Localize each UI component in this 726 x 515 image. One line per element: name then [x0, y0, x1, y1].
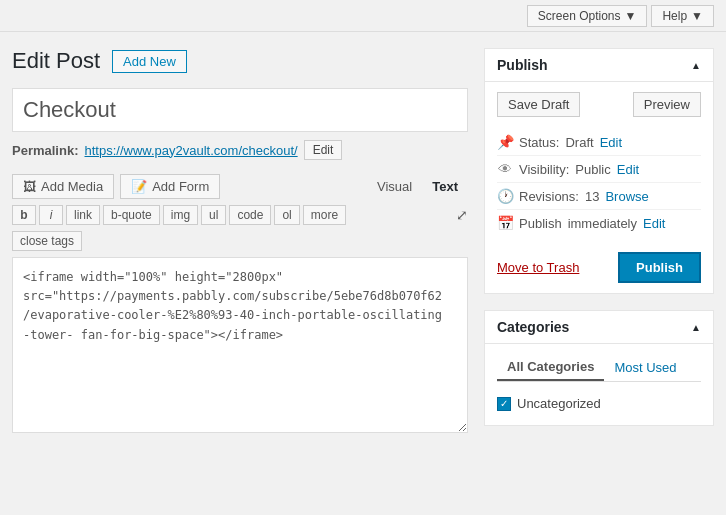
categories-chevron-icon: ▲: [691, 322, 701, 333]
eye-icon: 👁: [497, 161, 513, 177]
visibility-edit-link[interactable]: Edit: [617, 162, 639, 177]
revisions-label: Revisions:: [519, 189, 579, 204]
revisions-value: 13: [585, 189, 599, 204]
ul-button[interactable]: ul: [201, 205, 226, 225]
publish-button[interactable]: Publish: [618, 252, 701, 283]
categories-tabs: All Categories Most Used: [497, 354, 701, 382]
permalink-edit-button[interactable]: Edit: [304, 140, 343, 160]
visual-tab[interactable]: Visual: [367, 175, 422, 198]
bquote-button[interactable]: b-quote: [103, 205, 160, 225]
editor-textarea[interactable]: <iframe width="100%" height="2800px" src…: [12, 257, 468, 433]
publish-info: 📌 Status: Draft Edit 👁 Visibility: Publi…: [497, 129, 701, 236]
close-tags-row: close tags: [12, 231, 468, 251]
close-tags-button[interactable]: close tags: [12, 231, 82, 251]
permalink-row: Permalink: https://www.pay2vault.com/che…: [12, 140, 468, 160]
more-button[interactable]: more: [303, 205, 346, 225]
page-title-row: Edit Post Add New: [12, 48, 468, 74]
publish-time-label: Publish: [519, 216, 562, 231]
revisions-row: 🕐 Revisions: 13 Browse: [497, 183, 701, 210]
post-title-input[interactable]: [12, 88, 468, 132]
most-used-tab[interactable]: Most Used: [604, 354, 686, 381]
calendar-icon: 📅: [497, 215, 513, 231]
categories-panel-body: All Categories Most Used ✓ Uncategorized: [485, 344, 713, 425]
publish-panel-title: Publish: [497, 57, 548, 73]
publish-time-value: immediately: [568, 216, 637, 231]
categories-panel: Categories ▲ All Categories Most Used ✓ …: [484, 310, 714, 426]
visibility-row: 👁 Visibility: Public Edit: [497, 156, 701, 183]
status-value: Draft: [565, 135, 593, 150]
expand-icon[interactable]: ⤢: [456, 207, 468, 223]
visibility-label: Visibility:: [519, 162, 569, 177]
revisions-browse-link[interactable]: Browse: [605, 189, 648, 204]
categories-panel-title: Categories: [497, 319, 569, 335]
code-button[interactable]: code: [229, 205, 271, 225]
toolbar-row: 🖼 Add Media 📝 Add Form Visual Text: [12, 174, 468, 199]
media-icon: 🖼: [23, 179, 36, 194]
publish-panel-header: Publish ▲: [485, 49, 713, 82]
text-tab[interactable]: Text: [422, 175, 468, 198]
status-label: Status:: [519, 135, 559, 150]
category-label: Uncategorized: [517, 396, 601, 411]
link-button[interactable]: link: [66, 205, 100, 225]
left-panel: Edit Post Add New Permalink: https://www…: [12, 48, 468, 442]
publish-time-edit-link[interactable]: Edit: [643, 216, 665, 231]
move-to-trash-link[interactable]: Move to Trash: [497, 260, 579, 275]
preview-button[interactable]: Preview: [633, 92, 701, 117]
format-bar: b i link b-quote img ul code ol more ⤢: [12, 205, 468, 225]
form-icon: 📝: [131, 179, 147, 194]
permalink-url[interactable]: https://www.pay2vault.com/checkout/: [84, 143, 297, 158]
main-content: Edit Post Add New Permalink: https://www…: [0, 32, 726, 458]
category-uncategorized: ✓ Uncategorized: [497, 392, 701, 415]
category-checkbox[interactable]: ✓: [497, 397, 511, 411]
clock-icon: 🕐: [497, 188, 513, 204]
help-button[interactable]: Help ▼: [651, 5, 714, 27]
add-new-button[interactable]: Add New: [112, 50, 187, 73]
status-row: 📌 Status: Draft Edit: [497, 129, 701, 156]
permalink-label: Permalink:: [12, 143, 78, 158]
page-title: Edit Post: [12, 48, 100, 74]
add-form-button[interactable]: 📝 Add Form: [120, 174, 220, 199]
italic-button[interactable]: i: [39, 205, 63, 225]
categories-panel-header: Categories ▲: [485, 311, 713, 344]
help-chevron-icon: ▼: [691, 9, 703, 23]
top-bar: Screen Options ▼ Help ▼: [0, 0, 726, 32]
bold-button[interactable]: b: [12, 205, 36, 225]
pushpin-icon: 📌: [497, 134, 513, 150]
visibility-value: Public: [575, 162, 610, 177]
screen-options-button[interactable]: Screen Options ▼: [527, 5, 648, 27]
publish-chevron-icon: ▲: [691, 60, 701, 71]
editor-tabs: Visual Text: [367, 175, 468, 198]
screen-options-chevron-icon: ▼: [625, 9, 637, 23]
publish-panel-body: Save Draft Preview 📌 Status: Draft Edit …: [485, 82, 713, 293]
publish-actions: Save Draft Preview: [497, 92, 701, 117]
add-media-button[interactable]: 🖼 Add Media: [12, 174, 114, 199]
help-label: Help: [662, 9, 687, 23]
ol-button[interactable]: ol: [274, 205, 299, 225]
publish-time-row: 📅 Publish immediately Edit: [497, 210, 701, 236]
all-categories-tab[interactable]: All Categories: [497, 354, 604, 381]
publish-footer: Move to Trash Publish: [497, 246, 701, 283]
publish-panel: Publish ▲ Save Draft Preview 📌 Status: D…: [484, 48, 714, 294]
save-draft-button[interactable]: Save Draft: [497, 92, 580, 117]
img-button[interactable]: img: [163, 205, 198, 225]
right-panel: Publish ▲ Save Draft Preview 📌 Status: D…: [484, 48, 714, 442]
screen-options-label: Screen Options: [538, 9, 621, 23]
status-edit-link[interactable]: Edit: [600, 135, 622, 150]
